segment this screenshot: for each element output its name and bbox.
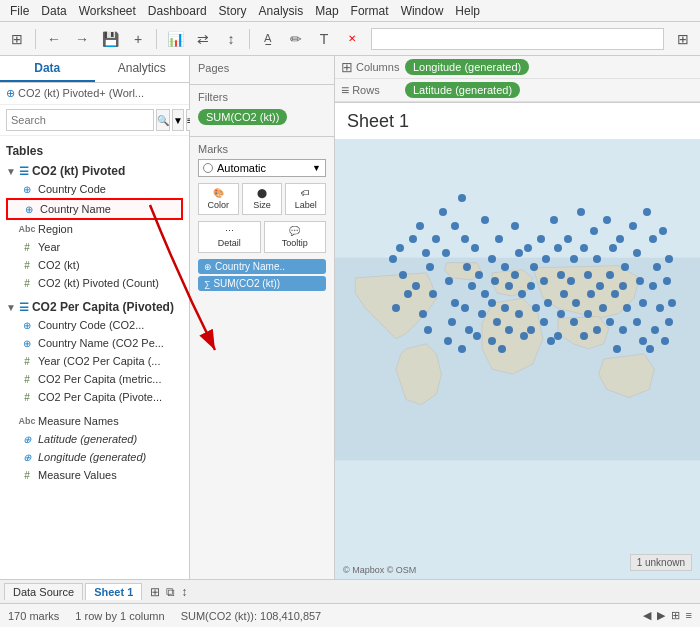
toolbar-search-box[interactable] (371, 28, 664, 50)
size-btn[interactable]: ⬤ Size (242, 183, 283, 215)
rows-pill[interactable]: Latitude (generated) (405, 82, 520, 98)
map-dot (422, 249, 430, 257)
field-co2-percap-pivot[interactable]: # CO2 Per Capita (Pivote... (6, 388, 183, 406)
field-cc-co2[interactable]: ⊕ Country Code (CO2... (6, 316, 183, 334)
map-dot (481, 290, 489, 298)
map-dot (409, 235, 417, 243)
field-country-code[interactable]: ⊕ Country Code (6, 180, 183, 198)
map-dot (475, 271, 483, 279)
field-latitude[interactable]: ⊕ Latitude (generated) (6, 430, 183, 448)
field-cn-co2[interactable]: ⊕ Country Name (CO2 Pe... (6, 334, 183, 352)
columns-label: ⊞ Columns (341, 59, 401, 75)
map-dot (560, 290, 568, 298)
menu-map[interactable]: Map (309, 4, 344, 18)
tooltip-btn[interactable]: 💬 Tooltip (264, 221, 327, 253)
field-longitude[interactable]: ⊕ Longitude (generated) (6, 448, 183, 466)
toolbar-highlight-btn[interactable]: A̲ (255, 26, 281, 52)
map-dot (488, 337, 496, 345)
abc-icon: Abc (20, 414, 34, 428)
toolbar-layout-btn[interactable]: ⊞ (670, 26, 696, 52)
toolbar-x-btn[interactable]: ✕ (339, 26, 365, 52)
menu-analysis[interactable]: Analysis (253, 4, 310, 18)
map-dot (629, 222, 637, 230)
field-year-co2[interactable]: # Year (CO2 Per Capita (... (6, 352, 183, 370)
map-dot (518, 290, 526, 298)
toolbar-annotate-btn[interactable]: ✏ (283, 26, 309, 52)
map-dot (511, 222, 519, 230)
detail-pill-sum[interactable]: ∑ SUM(CO2 (kt)) (198, 276, 326, 291)
menu-dashboard[interactable]: Dashboard (142, 4, 213, 18)
map-container[interactable]: © Mapbox © OSM 1 unknown (335, 139, 700, 579)
toolbar-add-btn[interactable]: + (125, 26, 151, 52)
status-next-icon[interactable]: ▶ (657, 609, 665, 622)
marks-type-dropdown[interactable]: Automatic ▼ (198, 159, 326, 177)
search-input[interactable] (6, 109, 154, 131)
tab-sheet1[interactable]: Sheet 1 (85, 583, 142, 600)
toolbar-save-btn[interactable]: 💾 (97, 26, 123, 52)
circle-icon (203, 163, 213, 173)
status-table-icon[interactable]: ≡ (686, 609, 692, 622)
abc-icon: Abc (20, 222, 34, 236)
map-dot (399, 271, 407, 279)
field-measure-names[interactable]: Abc Measure Names (6, 412, 183, 430)
map-dot (463, 263, 471, 271)
filter-icon[interactable]: ▼ (172, 109, 184, 131)
map-dot (616, 235, 624, 243)
toolbar: ⊞ ← → 💾 + 📊 ⇄ ↕ A̲ ✏ T ✕ ⊞ (0, 22, 700, 56)
toolbar-separator2 (156, 29, 157, 49)
map-dot (537, 235, 545, 243)
menu-worksheet[interactable]: Worksheet (73, 4, 142, 18)
search-button[interactable]: 🔍 (156, 109, 170, 131)
color-btn[interactable]: 🎨 Color (198, 183, 239, 215)
toolbar-grid-icon[interactable]: ⊞ (4, 26, 30, 52)
map-dot (419, 310, 427, 318)
toolbar-forward-btn[interactable]: → (69, 26, 95, 52)
toolbar-separator (35, 29, 36, 49)
map-dot (429, 290, 437, 298)
columns-pill[interactable]: Longitude (generated) (405, 59, 529, 75)
map-dot (396, 244, 404, 252)
map-dot (572, 299, 580, 307)
field-measure-values[interactable]: # Measure Values (6, 466, 183, 484)
field-region[interactable]: Abc Region (6, 220, 183, 238)
field-co2-count[interactable]: # CO2 (kt) Pivoted (Count) (6, 274, 183, 292)
menu-data[interactable]: Data (35, 4, 72, 18)
status-grid-icon[interactable]: ⊞ (671, 609, 680, 622)
hash-icon: # (20, 258, 34, 272)
menu-help[interactable]: Help (449, 4, 486, 18)
tab-data-source[interactable]: Data Source (4, 583, 83, 600)
toolbar-back-btn[interactable]: ← (41, 26, 67, 52)
menu-format[interactable]: Format (345, 4, 395, 18)
status-prev-icon[interactable]: ◀ (643, 609, 651, 622)
map-dot (524, 244, 532, 252)
duplicate-icon[interactable]: ⧉ (164, 583, 177, 601)
field-co2-percap-metric[interactable]: # CO2 Per Capita (metric... (6, 370, 183, 388)
map-dot (564, 235, 572, 243)
menu-story[interactable]: Story (213, 4, 253, 18)
menu-window[interactable]: Window (395, 4, 450, 18)
new-sheet-icon[interactable]: ⊞ (148, 583, 162, 601)
tab-data[interactable]: Data (0, 56, 95, 82)
sort-icon[interactable]: ↕ (179, 583, 189, 601)
detail-btn[interactable]: ⋯ Detail (198, 221, 261, 253)
tab-icons: ⊞ ⧉ ↕ (148, 583, 189, 601)
map-dot (412, 282, 420, 290)
tab-analytics[interactable]: Analytics (95, 56, 190, 82)
toolbar-sort-btn[interactable]: ↕ (218, 26, 244, 52)
tooltip-icon: 💬 (289, 226, 300, 236)
toolbar-text-btn[interactable]: T (311, 26, 337, 52)
field-country-name[interactable]: ⊕ Country Name (6, 198, 183, 220)
main-layout: Data Analytics ⊕CO2 (kt) Pivoted+ (Worl.… (0, 56, 700, 579)
detail-pill-country[interactable]: ⊕ Country Name.. (198, 259, 326, 274)
toolbar-chart-btn[interactable]: 📊 (162, 26, 188, 52)
menu-file[interactable]: File (4, 4, 35, 18)
field-year[interactable]: # Year (6, 238, 183, 256)
filter-pill[interactable]: SUM(CO2 (kt)) (198, 109, 287, 125)
toolbar-swap-btn[interactable]: ⇄ (190, 26, 216, 52)
label-btn[interactable]: 🏷 Label (285, 183, 326, 215)
table-co2percap[interactable]: ▼ ☰ CO2 Per Capita (Pivoted) (6, 298, 183, 316)
map-dot (442, 249, 450, 257)
field-co2-kt[interactable]: # CO2 (kt) (6, 256, 183, 274)
table-co2kt[interactable]: ▼ ☰ CO2 (kt) Pivoted (6, 162, 183, 180)
label-icon: 🏷 (301, 188, 310, 198)
